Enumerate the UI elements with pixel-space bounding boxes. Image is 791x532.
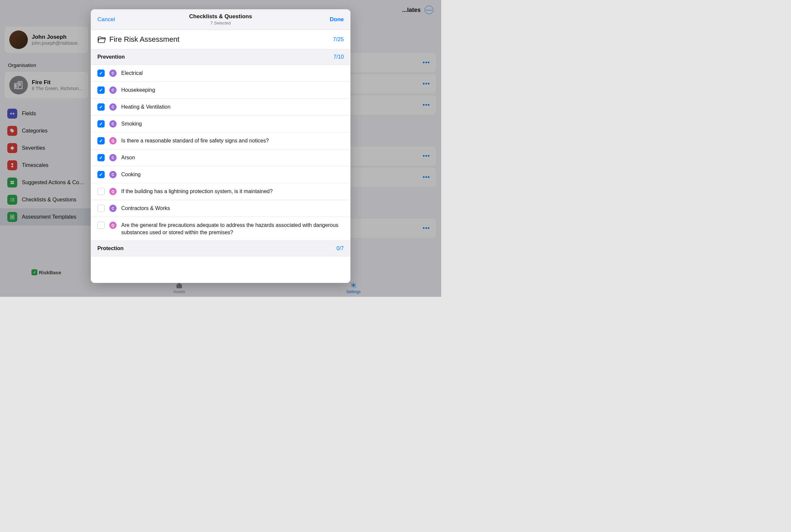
item-label: If the building has a lightning protecti… — [121, 188, 273, 195]
group-title: Prevention — [97, 54, 125, 60]
checkbox[interactable] — [97, 171, 105, 178]
checkbox[interactable] — [97, 188, 105, 195]
type-badge: C — [109, 205, 117, 212]
checklist-row[interactable]: CElectrical — [91, 65, 350, 82]
group-title: Protection — [97, 245, 123, 251]
item-label: Contractors & Works — [121, 205, 170, 212]
type-badge: C — [109, 120, 117, 128]
modal-title: Checklists & Questions — [120, 13, 321, 20]
group-count: 7/10 — [333, 54, 344, 60]
type-badge: Q — [109, 137, 117, 145]
checkbox[interactable] — [97, 87, 105, 94]
checkbox[interactable] — [97, 222, 105, 229]
type-badge: C — [109, 103, 117, 111]
checkbox[interactable] — [97, 205, 105, 212]
checklist-row[interactable]: CCooking — [91, 166, 350, 183]
checklist-row[interactable]: QIf the building has a lightning protect… — [91, 183, 350, 200]
type-badge: Q — [109, 188, 117, 195]
type-badge: C — [109, 154, 117, 161]
folder-open-icon — [97, 36, 106, 43]
modal-body[interactable]: Fire Risk Assessment 7/25 Prevention7/10… — [91, 30, 350, 283]
type-badge: Q — [109, 222, 117, 229]
checklist-row[interactable]: CHousekeeping — [91, 82, 350, 99]
folder-count: 7/25 — [333, 36, 344, 43]
checklist-row[interactable]: CHeating & Ventilation — [91, 99, 350, 116]
type-badge: C — [109, 70, 117, 77]
checkbox[interactable] — [97, 137, 105, 145]
group-count: 0/7 — [336, 245, 344, 251]
item-label: Arson — [121, 154, 135, 161]
folder-title: Fire Risk Assessment — [109, 35, 333, 44]
checkbox[interactable] — [97, 120, 105, 128]
item-label: Smoking — [121, 120, 142, 128]
checklist-row[interactable]: CSmoking — [91, 116, 350, 133]
item-label: Housekeeping — [121, 87, 155, 94]
checkbox[interactable] — [97, 103, 105, 111]
checklist-row[interactable]: CContractors & Works — [91, 200, 350, 217]
modal-subtitle: 7 Selected — [120, 21, 321, 25]
type-badge: C — [109, 171, 117, 178]
item-label: Electrical — [121, 70, 143, 77]
checkbox[interactable] — [97, 154, 105, 161]
item-label: Cooking — [121, 171, 141, 178]
checklist-row[interactable]: QAre the general fire precautions adequa… — [91, 217, 350, 241]
group-header[interactable]: Protection0/7 — [91, 241, 350, 256]
group-header[interactable]: Prevention7/10 — [91, 49, 350, 65]
cancel-button[interactable]: Cancel — [97, 16, 120, 23]
item-label: Are the general fire precautions adequat… — [121, 222, 344, 236]
done-button[interactable]: Done — [321, 16, 344, 23]
checklist-row[interactable]: QIs there a reasonable standard of fire … — [91, 133, 350, 149]
checklist-row[interactable]: CArson — [91, 149, 350, 166]
modal-header: Cancel Checklists & Questions 7 Selected… — [91, 9, 350, 30]
modal-checklists-questions: Cancel Checklists & Questions 7 Selected… — [91, 9, 350, 283]
checkbox[interactable] — [97, 70, 105, 77]
type-badge: C — [109, 87, 117, 94]
item-label: Heating & Ventilation — [121, 103, 171, 111]
folder-row[interactable]: Fire Risk Assessment 7/25 — [91, 30, 350, 49]
item-label: Is there a reasonable standard of fire s… — [121, 137, 269, 145]
